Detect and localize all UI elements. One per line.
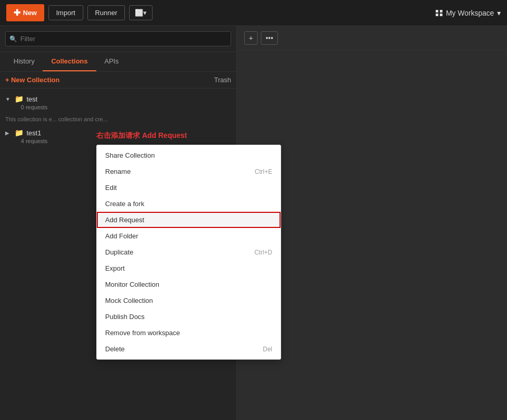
right-toolbar: + ••• (237, 26, 507, 50)
collection-name: test (27, 95, 37, 103)
menu-item-label: Export (105, 264, 125, 272)
collection-request-count: 0 requests (5, 104, 231, 110)
menu-item-shortcut: Ctrl+D (255, 249, 272, 256)
menu-item-share[interactable]: Share Collection (97, 147, 281, 163)
new-button[interactable]: ✚ New (6, 4, 44, 21)
import-button[interactable]: Import (48, 5, 83, 20)
menu-item-duplicate[interactable]: Duplicate Ctrl+D (97, 244, 281, 260)
menu-item-label: Edit (105, 184, 117, 192)
import-label: Import (56, 9, 75, 17)
trash-button[interactable]: Trash (214, 76, 231, 84)
plus-icon: ✚ (14, 8, 20, 18)
sync-button[interactable]: ⬜▾ (129, 5, 153, 20)
more-options-button[interactable]: ••• (261, 31, 278, 45)
search-icon: 🔍 (9, 35, 17, 43)
menu-item-label: Mock Collection (105, 297, 153, 304)
runner-label: Runner (95, 9, 118, 17)
menu-item-add-request[interactable]: Add Request (97, 212, 281, 228)
collection-actions-bar: + New Collection Trash (0, 72, 236, 88)
menu-item-add-folder[interactable]: Add Folder (97, 228, 281, 244)
menu-item-rename[interactable]: Rename Ctrl+E (97, 163, 281, 180)
new-label: New (23, 9, 37, 17)
tabs-bar: History Collections APIs (0, 52, 236, 72)
workspace-chevron-icon: ▾ (497, 9, 501, 17)
menu-item-edit[interactable]: Edit (97, 180, 281, 196)
menu-item-label: Add Folder (105, 232, 138, 240)
runner-button[interactable]: Runner (87, 5, 125, 20)
workspace-button[interactable]: My Workspace ▾ (436, 9, 501, 17)
menu-item-shortcut: Del (263, 346, 272, 353)
workspace-label: My Workspace (446, 9, 494, 17)
menu-item-label: Delete (105, 345, 125, 353)
context-menu-header: 右击添加请求 Add Request (96, 129, 281, 143)
tab-history[interactable]: History (5, 52, 43, 71)
filter-bar: 🔍 (0, 26, 236, 52)
collection-description: This collection is e... collection and c… (0, 113, 236, 125)
menu-item-export[interactable]: Export (97, 260, 281, 276)
menu-item-fork[interactable]: Create a fork (97, 196, 281, 212)
menu-item-label: Monitor Collection (105, 281, 159, 288)
context-menu: Share Collection Rename Ctrl+E Edit Crea… (96, 145, 281, 360)
filter-wrapper: 🔍 (5, 31, 231, 46)
toolbar: ✚ New Import Runner ⬜▾ My Workspace ▾ (0, 0, 507, 26)
new-collection-button[interactable]: + New Collection (5, 76, 59, 84)
context-menu-container: 右击添加请求 Add Request Share Collection Rena… (96, 129, 281, 360)
menu-item-label: Rename (105, 168, 131, 175)
folder-icon: 📁 (15, 95, 23, 103)
menu-item-mock[interactable]: Mock Collection (97, 292, 281, 309)
sync-icon: ⬜▾ (135, 9, 147, 17)
menu-item-monitor[interactable]: Monitor Collection (97, 276, 281, 292)
menu-item-label: Share Collection (105, 151, 155, 159)
tab-apis[interactable]: APIs (96, 52, 127, 71)
menu-item-label: Publish Docs (105, 313, 145, 321)
menu-item-label: Remove from workspace (105, 329, 180, 337)
chevron-right-icon: ▶ (5, 130, 11, 136)
menu-item-delete[interactable]: Delete Del (97, 341, 281, 357)
menu-item-label: Create a fork (105, 200, 144, 208)
add-tab-button[interactable]: + (244, 31, 258, 45)
collection-item-test[interactable]: ▼ 📁 test 0 requests (0, 92, 236, 113)
menu-item-remove[interactable]: Remove from workspace (97, 325, 281, 341)
plus-icon: + (249, 34, 253, 42)
ellipsis-icon: ••• (265, 34, 273, 42)
new-collection-label: + New Collection (5, 76, 59, 84)
workspace-grid-icon (436, 10, 443, 16)
collection-name: test1 (27, 129, 41, 137)
tab-collections[interactable]: Collections (43, 52, 96, 71)
menu-item-label: Add Request (105, 216, 144, 224)
trash-label: Trash (214, 76, 231, 84)
chevron-down-icon: ▼ (5, 96, 11, 102)
search-input[interactable] (5, 31, 231, 46)
folder-icon: 📁 (15, 129, 23, 137)
menu-item-shortcut: Ctrl+E (255, 168, 272, 175)
menu-item-publish[interactable]: Publish Docs (97, 309, 281, 325)
menu-item-label: Duplicate (105, 248, 133, 256)
